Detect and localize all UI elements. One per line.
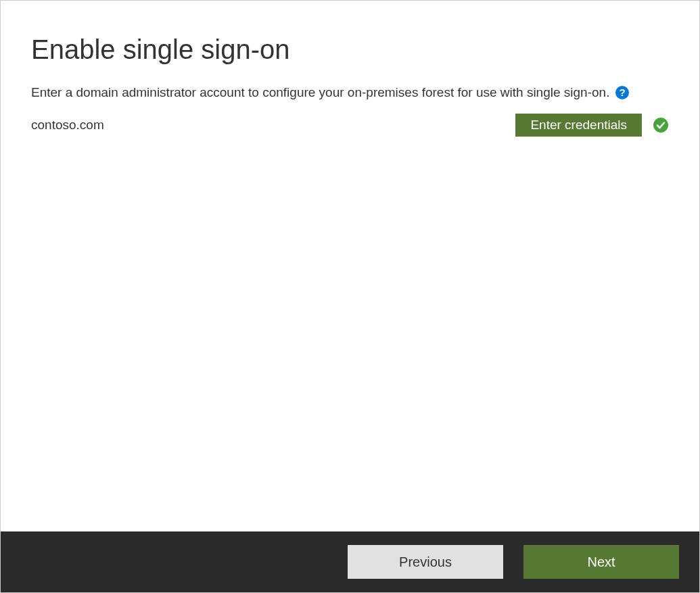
credentials-group: Enter credentials bbox=[515, 114, 669, 137]
checkmark-icon bbox=[653, 117, 669, 133]
footer-bar: Previous Next bbox=[1, 531, 699, 592]
svg-text:?: ? bbox=[620, 87, 626, 98]
domain-row: contoso.com Enter credentials bbox=[31, 114, 669, 137]
domain-name-label: contoso.com bbox=[31, 118, 104, 133]
page-title: Enable single sign-on bbox=[31, 34, 669, 65]
svg-point-2 bbox=[653, 118, 668, 133]
instruction-text: Enter a domain administrator account to … bbox=[31, 85, 609, 100]
main-content: Enable single sign-on Enter a domain adm… bbox=[1, 1, 699, 531]
next-button[interactable]: Next bbox=[523, 545, 679, 579]
enter-credentials-button[interactable]: Enter credentials bbox=[515, 114, 642, 137]
previous-button[interactable]: Previous bbox=[348, 545, 503, 579]
instruction-row: Enter a domain administrator account to … bbox=[31, 85, 669, 100]
help-icon[interactable]: ? bbox=[615, 85, 630, 100]
